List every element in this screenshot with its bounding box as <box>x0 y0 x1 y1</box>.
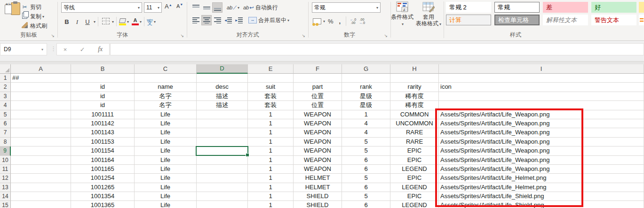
cell-G10[interactable]: 6 <box>342 156 390 165</box>
cell-D5[interactable] <box>197 110 248 119</box>
cell-C10[interactable]: Life <box>135 156 197 165</box>
cell-G1[interactable] <box>342 74 390 83</box>
cell-F15[interactable]: SHIELD <box>294 201 342 208</box>
cell-D2[interactable]: desc <box>197 83 248 92</box>
cell-G9[interactable]: 5 <box>342 146 390 155</box>
decrease-indent-button[interactable]: ◂ <box>223 15 233 25</box>
cell-I9[interactable]: Assets/Sprites/Artifact/Life_Weapon.png <box>439 146 644 155</box>
cell-H8[interactable]: RARE <box>390 138 439 146</box>
select-all-corner[interactable] <box>0 64 11 74</box>
cell-I12[interactable]: Assets/Sprites/Artifact/Life_Helmet.png <box>439 174 644 183</box>
increase-font-size-button[interactable]: A▲ <box>165 3 172 10</box>
cell-C5[interactable]: Life <box>135 110 197 119</box>
cell-A11[interactable] <box>11 165 71 174</box>
font-name-combo[interactable]: 等线 ▾ <box>61 2 142 13</box>
style-item-good[interactable]: 好 <box>591 2 636 13</box>
wrap-text-button[interactable]: ab ↩ 自动换行 <box>243 4 278 12</box>
cell-C4[interactable]: 名字 <box>135 101 197 110</box>
cell-F11[interactable]: WEAPON <box>294 165 342 174</box>
cell-B13[interactable]: 1001265 <box>71 183 135 192</box>
column-header-D[interactable]: D <box>197 64 248 74</box>
cell-F8[interactable]: WEAPON <box>294 138 342 146</box>
cell-I3[interactable] <box>439 92 644 101</box>
cell-I11[interactable]: Assets/Sprites/Artifact/Life_Weapon.png <box>439 165 644 174</box>
cell-I1[interactable] <box>439 74 644 83</box>
cell-B1[interactable] <box>71 74 135 83</box>
cell-A1[interactable]: ## <box>11 74 71 83</box>
cell-H6[interactable]: UNCOMMON <box>390 119 439 128</box>
cell-G8[interactable]: 5 <box>342 138 390 146</box>
name-box[interactable]: D9 ▾ <box>0 43 47 55</box>
cell-G15[interactable]: 6 <box>342 201 390 208</box>
cell-I15[interactable]: Assets/Sprites/Artifact/Life_Shield.png <box>439 201 644 208</box>
cell-C9[interactable]: Life <box>135 146 197 155</box>
style-item-explain[interactable]: 解释性文本 <box>543 15 588 25</box>
cell-I5[interactable]: Assets/Sprites/Artifact/Life_Weapon.png <box>439 110 644 119</box>
cell-F10[interactable]: WEAPON <box>294 156 342 165</box>
cell-I7[interactable]: Assets/Sprites/Artifact/Life_Weapon.png <box>439 128 644 137</box>
cell-C15[interactable]: Life <box>135 201 197 208</box>
column-header-A[interactable]: A <box>11 64 71 74</box>
cell-B15[interactable]: 1001365 <box>71 201 135 208</box>
column-header-G[interactable]: G <box>342 64 390 74</box>
cell-C6[interactable]: Life <box>135 119 197 128</box>
cell-E7[interactable]: 1 <box>248 128 294 137</box>
cell-G12[interactable]: 5 <box>342 174 390 183</box>
cell-H12[interactable]: EPIC <box>390 174 439 183</box>
cell-F5[interactable]: WEAPON <box>294 110 342 119</box>
cell-G4[interactable]: 星级 <box>342 101 390 110</box>
cell-C8[interactable]: Life <box>135 138 197 146</box>
cell-F2[interactable]: part <box>294 83 342 92</box>
row-header-7[interactable]: 7 <box>0 128 11 137</box>
italic-button[interactable]: I <box>73 18 81 25</box>
cell-G2[interactable]: rank <box>342 83 390 92</box>
style-item-linked-partial[interactable] <box>639 15 644 25</box>
cell-B6[interactable]: 1001142 <box>71 119 135 128</box>
increase-indent-button[interactable]: ▸ <box>234 15 244 25</box>
align-middle-button[interactable] <box>201 2 212 13</box>
cell-G7[interactable]: 4 <box>342 128 390 137</box>
row-header-12[interactable]: 12 <box>0 174 11 183</box>
cell-E12[interactable]: 1 <box>248 174 294 183</box>
cell-A2[interactable] <box>11 83 71 92</box>
borders-button[interactable] <box>102 18 110 26</box>
column-header-F[interactable]: F <box>294 64 342 74</box>
accounting-format-icon[interactable] <box>313 18 321 24</box>
style-item-warning[interactable]: 警告文本 <box>591 15 636 25</box>
cell-H13[interactable]: LEGEND <box>390 183 439 192</box>
cell-D13[interactable] <box>197 183 248 192</box>
cell-A4[interactable] <box>11 101 71 110</box>
column-header-E[interactable]: E <box>248 64 294 74</box>
cell-E13[interactable]: 1 <box>248 183 294 192</box>
chevron-down-icon[interactable]: ▾ <box>94 20 95 24</box>
insert-function-button[interactable]: fx <box>98 46 103 53</box>
cell-C7[interactable]: Life <box>135 128 197 137</box>
cell-C11[interactable]: Life <box>135 165 197 174</box>
row-header-14[interactable]: 14 <box>0 192 11 201</box>
cell-C13[interactable]: Life <box>135 183 197 192</box>
cell-B8[interactable]: 1001153 <box>71 138 135 146</box>
cell-E8[interactable]: 1 <box>248 138 294 146</box>
cell-E4[interactable]: 套装 <box>248 101 294 110</box>
format-as-table-button[interactable]: 套用 表格格式▾ <box>414 1 443 28</box>
cell-B12[interactable]: 1001254 <box>71 174 135 183</box>
cell-E15[interactable]: 1 <box>248 201 294 208</box>
merge-center-button[interactable]: ↔ 合并后居中 ▾ <box>248 16 289 24</box>
cell-A13[interactable] <box>11 183 71 192</box>
chevron-down-icon[interactable]: ▾ <box>323 19 325 23</box>
fill-color-button[interactable] <box>119 18 126 25</box>
row-header-3[interactable]: 3 <box>0 92 11 101</box>
cell-A7[interactable] <box>11 128 71 137</box>
style-item-check[interactable]: 检查单元格 <box>494 15 540 25</box>
cell-B3[interactable]: id <box>71 92 135 101</box>
cell-H9[interactable]: EPIC <box>390 146 439 155</box>
cell-D4[interactable]: 描述 <box>197 101 248 110</box>
row-header-8[interactable]: 8 <box>0 138 11 146</box>
row-header-15[interactable]: 15 <box>0 201 11 208</box>
cell-B5[interactable]: 1001111 <box>71 110 135 119</box>
conditional-formatting-button[interactable]: ≠ 条件格式 ▾ <box>391 1 413 28</box>
style-item-normal[interactable]: 常规 2 <box>446 2 491 13</box>
cell-D7[interactable] <box>197 128 248 137</box>
cell-E14[interactable]: 1 <box>248 192 294 201</box>
format-painter-button[interactable]: 格式刷 <box>21 21 47 31</box>
